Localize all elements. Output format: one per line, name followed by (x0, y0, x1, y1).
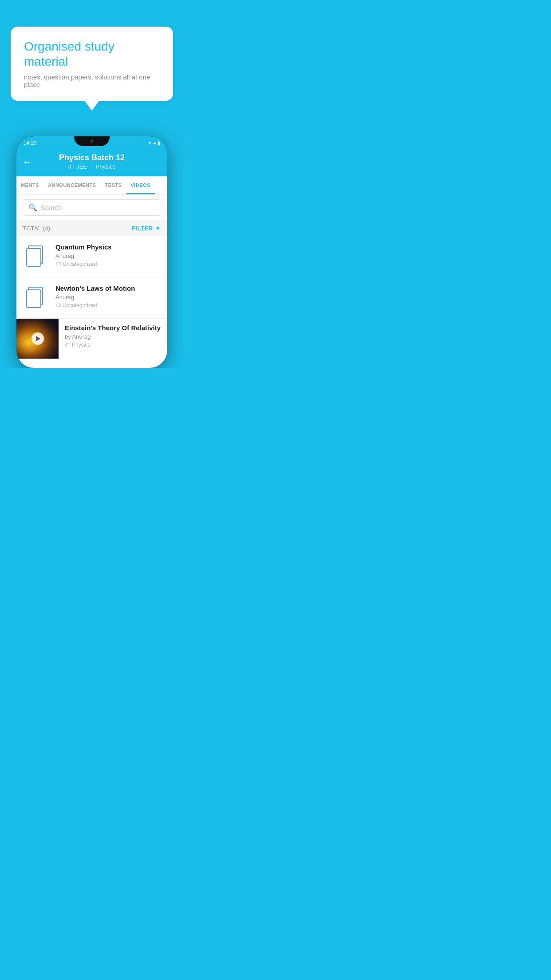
play-button[interactable] (31, 332, 44, 345)
bubble-title: Organised study material (24, 39, 160, 69)
item-info-newton: Newton's Laws of Motion Anurag 🏷 Uncateg… (55, 285, 161, 308)
page-front (26, 248, 41, 267)
phone-notch (74, 136, 110, 146)
status-time: 14:29 (24, 140, 37, 146)
speech-bubble: Organised study material notes, question… (11, 27, 173, 101)
top-section: Organised study material notes, question… (0, 0, 184, 110)
phone: 14:29 ▾ ◂ ▮ ← Physics Batch 12 IIT JEE P… (16, 136, 167, 368)
tabs-container: MENTS ANNOUNCEMENTS TESTS VIDEOS (16, 176, 167, 195)
item-title: Einstein's Theory Of Relativity (65, 324, 161, 332)
item-author: Anurag (55, 294, 161, 300)
camera-dot (90, 139, 94, 143)
list-item[interactable]: Einstein's Theory Of Relativity by Anura… (16, 319, 167, 359)
item-icon-newton (23, 285, 49, 311)
item-title: Quantum Physics (55, 243, 161, 251)
list-item[interactable]: Newton's Laws of Motion Anurag 🏷 Uncateg… (16, 277, 167, 319)
play-icon (36, 336, 40, 341)
tab-ments[interactable]: MENTS (16, 176, 43, 194)
item-tag: 🏷 Physics (65, 342, 161, 348)
search-placeholder: Search (41, 204, 62, 211)
item-author: by Anurag (65, 333, 161, 340)
search-bar[interactable]: 🔍 Search (23, 199, 161, 216)
item-tag-text: Uncategorized (63, 261, 97, 267)
item-author: Anurag (55, 253, 161, 259)
phone-bottom (16, 359, 167, 368)
wifi-icon: ▾ (149, 140, 151, 146)
back-button[interactable]: ← (23, 157, 31, 167)
tab-announcements[interactable]: ANNOUNCEMENTS (43, 176, 101, 194)
item-thumbnail-einstein (16, 319, 59, 359)
item-info-einstein: Einstein's Theory Of Relativity by Anura… (59, 319, 167, 353)
header-subtitle: IIT JEE Physics (24, 163, 160, 170)
item-icon-quantum (23, 243, 49, 270)
search-container: 🔍 Search (16, 195, 167, 220)
page-front (26, 289, 41, 308)
list-item[interactable]: Quantum Physics Anurag 🏷 Uncategorized (16, 236, 167, 277)
tag-icon: 🏷 (55, 261, 61, 267)
item-tag: 🏷 Uncategorized (55, 302, 161, 308)
tag-icon: 🏷 (55, 302, 61, 308)
search-icon: 🔍 (28, 203, 37, 212)
item-title: Newton's Laws of Motion (55, 285, 161, 292)
app-header: ← Physics Batch 12 IIT JEE Physics (16, 148, 167, 176)
filter-button[interactable]: FILTER ▼ (132, 225, 161, 232)
status-icons: ▾ ◂ ▮ (149, 140, 160, 146)
header-physics: Physics (96, 163, 116, 170)
tab-tests[interactable]: TESTS (101, 176, 126, 194)
item-info-quantum: Quantum Physics Anurag 🏷 Uncategorized (55, 243, 161, 267)
folder-icon (26, 245, 46, 268)
item-tag-text: Uncategorized (63, 302, 97, 308)
phone-wrapper: 14:29 ▾ ◂ ▮ ← Physics Batch 12 IIT JEE P… (0, 110, 184, 368)
item-tag-text: Physics (72, 342, 90, 348)
filter-icon: ▼ (155, 225, 161, 232)
filter-label: FILTER (132, 225, 153, 232)
header-iit-jee: IIT JEE (68, 163, 87, 170)
bubble-subtitle: notes, question papers, solutions all at… (24, 73, 160, 88)
battery-icon: ▮ (157, 140, 160, 146)
folder-icon (26, 287, 46, 309)
tag-icon: 🏷 (65, 342, 70, 348)
total-count: TOTAL (4) (23, 225, 50, 232)
filter-row: TOTAL (4) FILTER ▼ (16, 220, 167, 236)
status-bar: 14:29 ▾ ◂ ▮ (16, 136, 167, 148)
header-title: Physics Batch 12 (24, 153, 160, 162)
tab-videos[interactable]: VIDEOS (126, 176, 155, 194)
video-list: Quantum Physics Anurag 🏷 Uncategorized (16, 236, 167, 359)
item-tag: 🏷 Uncategorized (55, 261, 161, 267)
signal-icon: ◂ (153, 140, 156, 146)
